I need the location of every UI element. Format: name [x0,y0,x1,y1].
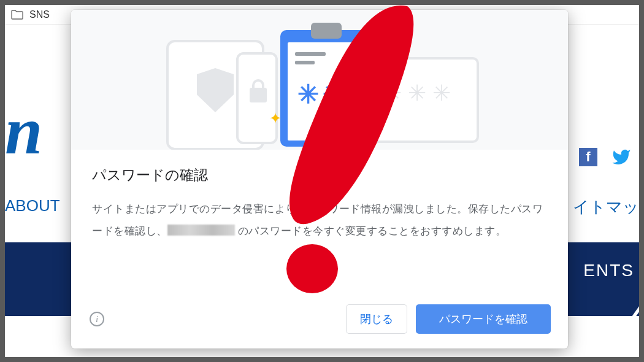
password-check-dialog: ✳✳✳ ✳✳ ✦ ✦ パスワードの確認 サイトまたはアプリでのデータ侵害により、… [71,10,568,349]
dialog-title: パスワードの確認 [92,166,547,185]
confirm-password-button[interactable]: パスワードを確認 [416,304,551,334]
sparkle-icon: ✦ [380,18,394,38]
band-text-fragment: ENTS [583,261,634,280]
paper-line [295,52,326,56]
bookmark-folder-label[interactable]: SNS [29,9,50,20]
lock-icon [250,88,267,102]
browser-viewport: SNS n f ABOUT イトマッ ENTS / ✳✳✳ [5,5,639,357]
dialog-text-after: のパスワードを今すぐ変更することをおすすめします。 [235,225,507,237]
paper-asterisks: ✳✳ [297,79,348,109]
sparkle-icon: ✦ [269,110,282,127]
redacted-sitename [167,225,235,236]
dialog-description: サイトまたはアプリでのデータ侵害により、パスワード情報が漏洩しました。保存したパ… [92,198,547,242]
laptop-asterisks: ✳✳✳ [383,80,457,106]
paper-line [295,61,315,64]
site-logo-fragment: n [5,92,39,170]
info-icon[interactable]: i [90,312,104,326]
nav-right-fragment: イトマッ [573,196,639,218]
facebook-icon[interactable]: f [579,148,597,166]
dialog-footer: i 閉じる パスワードを確認 [71,293,568,349]
clipboard-clip-icon [311,23,342,39]
dialog-hero-illustration: ✳✳✳ ✳✳ ✦ ✦ [71,10,568,150]
dialog-body: パスワードの確認 サイトまたはアプリでのデータ侵害により、パスワード情報が漏洩し… [71,150,568,293]
close-button[interactable]: 閉じる [346,304,407,334]
social-icons: f [579,147,633,167]
twitter-icon[interactable] [610,147,633,167]
folder-icon [11,10,23,20]
nav-left-fragment: ABOUT [5,196,60,215]
